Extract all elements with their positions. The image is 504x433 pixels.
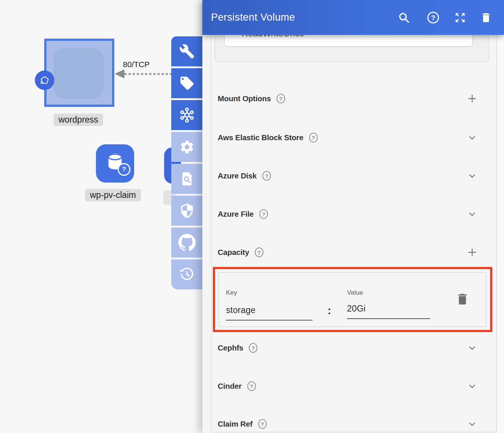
node-label-wp-pv-claim: wp-pv-claim [85, 189, 141, 201]
toolbar-tag-icon[interactable] [171, 68, 202, 98]
section-azure-disk: Azure Disk ? [218, 169, 480, 182]
pod-icon [35, 70, 54, 90]
persistent-volume-panel: ReadWriteOnce Mount Options ? Aws Elasti… [202, 0, 504, 433]
section-title: Capacity [218, 248, 249, 257]
delete-entry-button[interactable] [455, 291, 470, 308]
panel-title: Persistent Volume [211, 0, 295, 35]
capacity-entry-card: Key : Value [218, 272, 486, 327]
section-title: Claim Ref [218, 420, 253, 429]
toolbar-doc-preview-icon[interactable] [171, 164, 202, 194]
chevron-down-icon[interactable] [465, 342, 480, 354]
chevron-down-icon[interactable] [465, 418, 480, 430]
trash-icon [455, 292, 470, 307]
capacity-value-input[interactable] [347, 299, 430, 319]
question-badge-icon: ? [118, 163, 130, 176]
help-icon[interactable]: ? [309, 133, 318, 142]
key-label: Key [226, 289, 237, 297]
section-cinder: Cinder ? [218, 380, 480, 393]
help-icon[interactable]: ? [259, 209, 268, 219]
panel-header: Persistent Volume ? [202, 0, 504, 35]
help-icon[interactable]: ? [255, 247, 263, 257]
help-icon[interactable]: ? [427, 11, 440, 24]
section-mount-options: Mount Options ? [218, 92, 480, 105]
help-icon[interactable]: ? [258, 419, 267, 429]
chevron-down-icon[interactable] [465, 380, 480, 393]
section-title: Azure File [218, 210, 254, 219]
help-icon[interactable]: ? [262, 171, 271, 181]
app-window: wordpress 80/TCP ? wp-pv-claim [0, 0, 504, 433]
section-title: Aws Elastic Block Store [218, 133, 304, 142]
section-title: Mount Options [218, 94, 271, 103]
panel-scrollbar-track[interactable] [497, 0, 504, 433]
add-button[interactable] [465, 92, 480, 105]
edge-label: 80/TCP [123, 60, 150, 69]
node-label-wordpress: wordpress [54, 114, 103, 126]
add-button[interactable] [465, 246, 480, 259]
section-title: Cinder [218, 382, 242, 391]
section-cephfs: Cephfs ? [218, 342, 480, 354]
section-claim-ref: Claim Ref ? [218, 418, 480, 430]
node-wordpress[interactable] [44, 39, 114, 107]
section-capacity: Capacity ? [218, 246, 480, 259]
expand-icon[interactable] [454, 11, 467, 24]
capacity-key-input[interactable] [226, 300, 313, 321]
toolbar-wrench-icon[interactable] [171, 36, 202, 66]
toolbar-settings-icon[interactable] [171, 132, 202, 162]
section-aws-elastic-block-store: Aws Elastic Block Store ? [218, 131, 480, 144]
edge-arrowhead [115, 69, 124, 78]
toolbar-github-icon[interactable] [171, 228, 202, 258]
node-wordpress-inner-shape [54, 48, 104, 99]
toolbar-hub-icon[interactable] [171, 100, 202, 130]
key-value-separator: : [328, 304, 331, 317]
chevron-down-icon[interactable] [465, 131, 480, 144]
help-icon[interactable]: ? [277, 94, 285, 103]
section-azure-file: Azure File ? [218, 208, 480, 220]
help-icon[interactable]: ? [247, 381, 256, 391]
search-icon[interactable] [398, 11, 410, 24]
node-wp-pv-claim[interactable]: ? [96, 144, 134, 183]
svg-text:?: ? [431, 14, 435, 22]
toolbar-shield-icon[interactable] [171, 196, 202, 226]
toolbar-history-icon[interactable] [171, 259, 202, 289]
chevron-down-icon[interactable] [465, 169, 480, 182]
delete-icon[interactable] [480, 11, 492, 24]
value-label: Value [347, 289, 363, 297]
section-title: Cephfs [218, 343, 243, 352]
chevron-down-icon[interactable] [465, 208, 480, 220]
help-icon[interactable]: ? [249, 343, 257, 353]
section-title: Azure Disk [218, 171, 257, 180]
